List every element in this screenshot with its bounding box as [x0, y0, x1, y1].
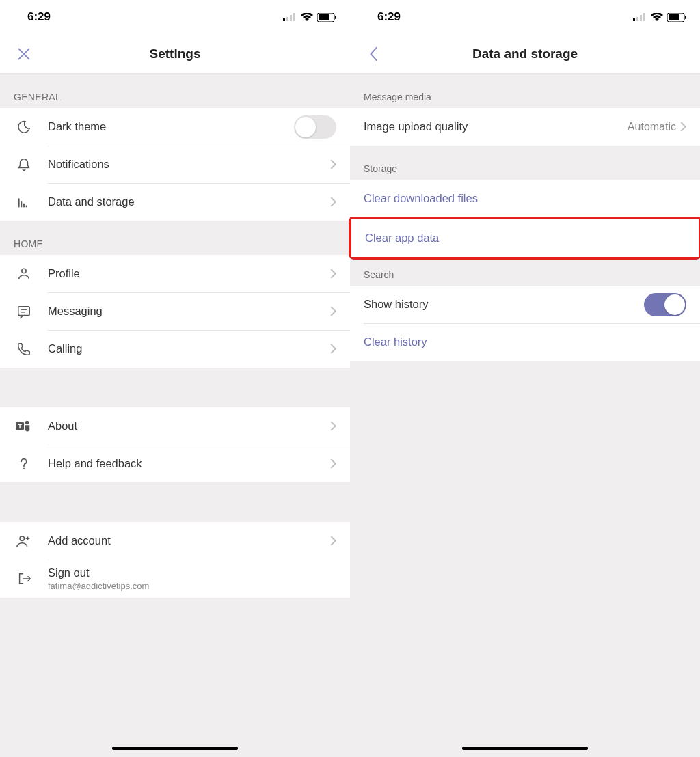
- chevron-right-icon: [330, 421, 336, 431]
- row-label: Add account: [48, 534, 330, 547]
- moon-icon: [14, 117, 34, 137]
- highlight-clear-app-data: Clear app data: [349, 216, 700, 260]
- close-button[interactable]: [14, 44, 34, 64]
- nav-title: Settings: [150, 46, 201, 61]
- row-notifications[interactable]: Notifications: [0, 146, 350, 183]
- svg-rect-3: [293, 13, 295, 21]
- svg-rect-9: [23, 203, 25, 207]
- nav-bar: Settings: [0, 34, 350, 74]
- status-icons: [633, 13, 686, 22]
- status-time: 6:29: [27, 10, 51, 24]
- chevron-right-icon: [330, 306, 336, 316]
- row-profile[interactable]: Profile: [0, 255, 350, 292]
- nav-bar: Data and storage: [350, 34, 700, 74]
- svg-point-17: [25, 420, 29, 424]
- row-label: Profile: [48, 267, 330, 280]
- chevron-right-icon: [330, 269, 336, 279]
- section-header-general: GENERAL: [0, 74, 350, 108]
- data-storage-pane: 6:29 Data and storage Message media Imag…: [350, 0, 700, 757]
- row-label: Clear app data: [365, 232, 685, 245]
- svg-rect-12: [18, 306, 30, 315]
- back-icon: [369, 46, 379, 61]
- signal-icon: [283, 13, 297, 21]
- row-label: Show history: [364, 298, 644, 311]
- row-clear-history[interactable]: Clear history: [350, 323, 700, 361]
- phone-icon: [14, 339, 34, 359]
- battery-icon: [667, 13, 686, 22]
- chevron-right-icon: [330, 344, 336, 354]
- status-time: 6:29: [377, 10, 401, 24]
- svg-text:T: T: [18, 422, 22, 429]
- row-show-history[interactable]: Show history: [350, 286, 700, 323]
- row-upload-quality[interactable]: Image upload quality Automatic: [350, 108, 700, 146]
- battery-icon: [317, 13, 336, 22]
- chevron-right-icon: [330, 159, 336, 169]
- row-sign-out[interactable]: Sign out fatima@addictivetips.com: [0, 560, 350, 598]
- section-header-media: Message media: [350, 74, 700, 108]
- close-icon: [16, 46, 31, 61]
- chevron-right-icon: [680, 122, 686, 132]
- bars-icon: [14, 192, 34, 212]
- row-label: About: [48, 419, 330, 432]
- section-header-storage: Storage: [350, 146, 700, 180]
- signout-icon: [14, 568, 34, 589]
- question-icon: [14, 454, 34, 474]
- add-user-icon: [14, 531, 34, 551]
- svg-rect-19: [633, 18, 635, 21]
- teams-icon: T: [14, 416, 34, 437]
- svg-point-11: [22, 269, 26, 273]
- row-clear-downloaded[interactable]: Clear downloaded files: [350, 180, 700, 217]
- chevron-right-icon: [330, 458, 336, 469]
- signout-label: Sign out: [48, 566, 336, 579]
- status-bar: 6:29: [0, 0, 350, 34]
- svg-rect-20: [636, 17, 638, 21]
- status-icons: [283, 13, 336, 22]
- svg-rect-10: [26, 205, 27, 207]
- wifi-icon: [651, 13, 663, 21]
- row-label: Help and feedback: [48, 457, 330, 470]
- svg-rect-5: [319, 14, 329, 20]
- wifi-icon: [301, 13, 313, 21]
- row-dark-theme[interactable]: Dark theme: [0, 108, 350, 146]
- row-label: Image upload quality: [364, 120, 628, 133]
- message-icon: [14, 301, 34, 322]
- row-about[interactable]: T About: [0, 407, 350, 445]
- nav-title: Data and storage: [472, 46, 578, 61]
- row-label: Calling: [48, 342, 330, 355]
- dark-theme-toggle[interactable]: [294, 115, 336, 139]
- row-calling[interactable]: Calling: [0, 330, 350, 368]
- row-clear-app-data[interactable]: Clear app data: [351, 219, 699, 257]
- chevron-right-icon: [330, 536, 336, 546]
- show-history-toggle[interactable]: [644, 293, 686, 316]
- row-value: Automatic: [628, 121, 676, 133]
- row-label: Dark theme: [48, 120, 294, 133]
- status-bar: 6:29: [350, 0, 700, 34]
- svg-rect-24: [669, 14, 679, 20]
- row-messaging[interactable]: Messaging: [0, 292, 350, 330]
- home-indicator: [112, 747, 238, 750]
- row-data-storage[interactable]: Data and storage: [0, 183, 350, 221]
- svg-rect-8: [21, 201, 22, 207]
- svg-rect-25: [685, 16, 686, 19]
- settings-pane: 6:29 Settings GENERAL Dark theme Notific…: [0, 0, 350, 757]
- svg-rect-7: [18, 198, 20, 207]
- back-button[interactable]: [364, 44, 384, 64]
- svg-rect-1: [286, 17, 288, 21]
- row-label: Notifications: [48, 158, 330, 171]
- spacer: [0, 482, 350, 522]
- row-label: Data and storage: [48, 195, 330, 208]
- signout-email: fatima@addictivetips.com: [48, 581, 336, 591]
- row-add-account[interactable]: Add account: [0, 522, 350, 560]
- row-label: Clear history: [364, 335, 686, 348]
- section-header-search: Search: [350, 258, 700, 286]
- home-indicator: [462, 747, 588, 750]
- section-header-home: HOME: [0, 221, 350, 255]
- svg-rect-6: [335, 16, 336, 19]
- svg-rect-22: [643, 13, 645, 21]
- chevron-right-icon: [330, 197, 336, 207]
- row-help[interactable]: Help and feedback: [0, 445, 350, 482]
- svg-point-18: [20, 536, 24, 540]
- profile-icon: [14, 264, 34, 284]
- spacer: [0, 368, 350, 407]
- signal-icon: [633, 13, 647, 21]
